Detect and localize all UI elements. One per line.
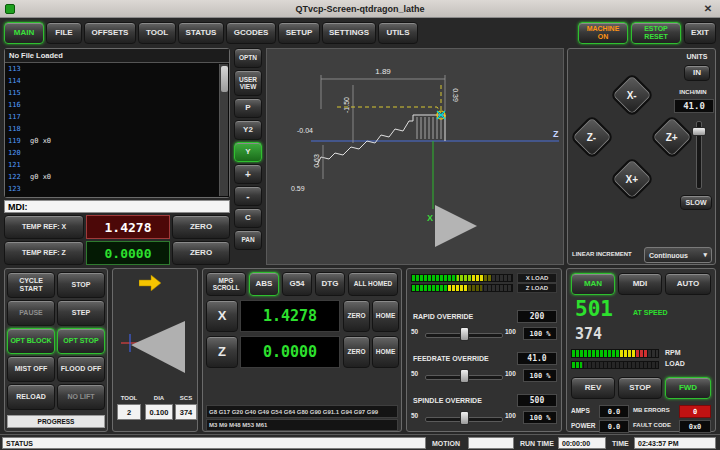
cycle-panel: CYCLE START STOP PAUSE STEP OPT BLOCK OP… xyxy=(4,268,108,432)
spindle-commanded-value: 374 xyxy=(575,325,602,343)
linear-increment-combo[interactable]: Continuous ▾ xyxy=(644,247,712,263)
rapid-override-slider-handle[interactable] xyxy=(460,327,469,341)
temp-ref-z-zero-button[interactable]: ZERO xyxy=(172,241,230,265)
tab-offsets[interactable]: OFFSETS xyxy=(84,22,136,44)
z-home-button[interactable]: HOME xyxy=(372,336,399,368)
g54-button[interactable]: G54 xyxy=(282,272,312,296)
spindle-stop-button[interactable]: STOP xyxy=(618,377,662,399)
gcode-line: 118 xyxy=(5,123,229,135)
motion-label: MOTION xyxy=(432,437,460,449)
gcode-line: 114 xyxy=(5,75,229,87)
app-icon xyxy=(5,4,15,14)
abs-button[interactable]: ABS xyxy=(249,272,279,296)
overrides-panel: X LOAD Z LOAD RAPID OVERRIDE 200 50 100 … xyxy=(406,268,562,432)
pause-button[interactable]: PAUSE xyxy=(7,300,55,326)
tab-status[interactable]: STATUS xyxy=(178,22,224,44)
step-button[interactable]: STEP xyxy=(57,300,105,326)
mode-mdi-button[interactable]: MDI xyxy=(618,273,662,295)
temp-ref-x-button[interactable]: TEMP REF: X xyxy=(4,215,84,239)
window-close-icon[interactable]: ✕ xyxy=(700,1,716,16)
stop-button[interactable]: STOP xyxy=(57,272,105,298)
spindle-override-slider-handle[interactable] xyxy=(460,411,469,425)
rapid-override-label: RAPID OVERRIDE xyxy=(413,313,473,320)
temp-ref-z-button[interactable]: TEMP REF: Z xyxy=(4,241,84,265)
axis-z-button[interactable]: Z xyxy=(206,336,238,368)
x-zero-button[interactable]: ZERO xyxy=(343,300,370,332)
temp-ref-x-value: 1.4278 xyxy=(86,215,170,239)
z-zero-button[interactable]: ZERO xyxy=(343,336,370,368)
temp-ref-x-zero-button[interactable]: ZERO xyxy=(172,215,230,239)
at-speed-label: AT SPEED xyxy=(633,309,668,316)
tab-tool[interactable]: TOOL xyxy=(138,22,176,44)
view-user-view-button[interactable]: USER VIEW xyxy=(234,70,262,96)
exit-button[interactable]: EXIT xyxy=(684,22,716,44)
view-p-button[interactable]: P xyxy=(234,98,262,118)
tab-setup[interactable]: SETUP xyxy=(278,22,320,44)
view-y2-button[interactable]: Y2 xyxy=(234,120,262,140)
view-zoom-out-button[interactable]: - xyxy=(234,186,262,206)
opt-block-button[interactable]: OPT BLOCK xyxy=(7,328,55,354)
view-y-button[interactable]: Y xyxy=(234,142,262,162)
gcode-listing[interactable]: 113 114 115 116 117 118 119g0 x0 120 121… xyxy=(5,63,229,197)
fault-code-value: 0x0 xyxy=(679,420,711,433)
linear-increment-label: LINEAR INCREMENT xyxy=(572,251,644,257)
cycle-start-button[interactable]: CYCLE START xyxy=(7,272,55,298)
units-in-button[interactable]: IN xyxy=(684,65,710,81)
mode-man-button[interactable]: MAN xyxy=(571,273,615,295)
tab-utils[interactable]: UTILS xyxy=(378,22,418,44)
gcode-line-number: 117 xyxy=(5,111,30,123)
fault-code-label: FAULT CODE xyxy=(633,422,671,428)
jog-x-minus-button[interactable]: X- xyxy=(609,72,654,117)
axis-x-button[interactable]: X xyxy=(206,300,238,332)
x-home-button[interactable]: HOME xyxy=(372,300,399,332)
gcode-line-number: 123 xyxy=(5,183,30,195)
gcode-scrollbar[interactable] xyxy=(219,64,228,196)
mist-button[interactable]: MIST OFF xyxy=(7,356,55,382)
dtg-button[interactable]: DTG xyxy=(315,272,345,296)
mpg-scroll-button[interactable]: MPG SCROLL xyxy=(206,272,246,296)
flood-button[interactable]: FLOOD OFF xyxy=(57,356,105,382)
opt-stop-button[interactable]: OPT STOP xyxy=(57,328,105,354)
jog-z-plus-button[interactable]: Z+ xyxy=(649,114,694,159)
gcode-line: 117 xyxy=(5,111,229,123)
x-load-meter xyxy=(411,274,513,282)
view-optn-button[interactable]: OPTN xyxy=(234,48,262,68)
mode-auto-button[interactable]: AUTO xyxy=(665,273,711,295)
reload-button[interactable]: RELOAD xyxy=(7,384,55,410)
gcode-line-number: 116 xyxy=(5,99,30,111)
machine-on-button[interactable]: MACHINE ON xyxy=(578,22,628,44)
x-axis-label: X xyxy=(427,213,433,223)
slow-button[interactable]: SLOW xyxy=(680,195,712,210)
gcode-line-number: 118 xyxy=(5,123,30,135)
jog-z-minus-button[interactable]: Z- xyxy=(569,114,614,159)
tab-gcodes[interactable]: GCODES xyxy=(226,22,276,44)
jog-x-plus-button[interactable]: X+ xyxy=(609,156,654,201)
feedrate-slider-min: 50 xyxy=(411,370,418,377)
gcode-line: 116 xyxy=(5,99,229,111)
view-c-button[interactable]: C xyxy=(234,208,262,228)
tool-scs-value: 374 xyxy=(175,404,197,420)
view-pan-button[interactable]: PAN xyxy=(234,230,262,250)
spindle-override-label: SPINDLE OVERRIDE xyxy=(413,397,482,404)
chevron-down-icon: ▾ xyxy=(703,251,707,259)
tab-file[interactable]: FILE xyxy=(46,22,82,44)
run-time-label: RUN TIME xyxy=(520,437,554,449)
no-lift-button[interactable]: NO LIFT xyxy=(57,384,105,410)
gcode-line-number: 119 xyxy=(5,135,30,147)
jog-rate-slider-handle[interactable] xyxy=(692,127,706,136)
all-homed-button[interactable]: ALL HOMED xyxy=(348,272,398,296)
dim-right-label: 0.39 xyxy=(452,88,459,102)
gcode-line-number: 120 xyxy=(5,147,30,159)
spindle-fwd-button[interactable]: FWD xyxy=(665,377,711,399)
mdi-label[interactable]: MDI: xyxy=(4,200,230,213)
spindle-panel: MAN MDI AUTO 501 AT SPEED 374 RPM LOAD R… xyxy=(566,268,716,432)
gcode-scrollbar-thumb[interactable] xyxy=(221,66,228,92)
feedrate-override-slider-handle[interactable] xyxy=(460,369,469,383)
tab-main[interactable]: MAIN xyxy=(4,22,44,44)
spindle-rev-button[interactable]: REV xyxy=(571,377,615,399)
view-zoom-in-button[interactable]: + xyxy=(234,164,262,184)
dim-b-label: 0.63 xyxy=(313,154,320,168)
estop-reset-button[interactable]: ESTOP RESET xyxy=(631,22,681,44)
tab-settings[interactable]: SETTINGS xyxy=(322,22,376,44)
gremlin-preview[interactable]: 1.89 0.39 -1.50 -0.04 0.63 0.59 Z X xyxy=(266,48,564,265)
